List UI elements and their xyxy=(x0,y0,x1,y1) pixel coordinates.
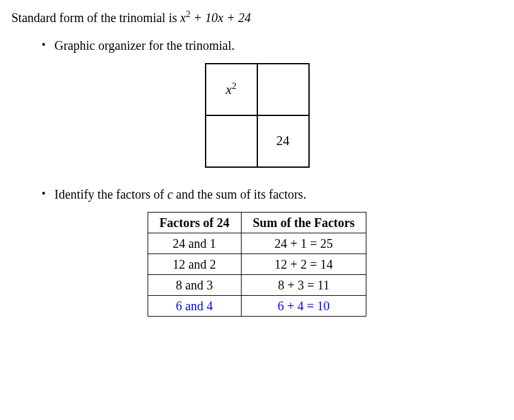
bullet-2-post: and the sum of its factors. xyxy=(173,187,307,201)
grid-tl-exp: 2 xyxy=(231,81,237,91)
intro-trinomial: x2 + 10x + 24 xyxy=(180,11,251,25)
bullet-2-var: c xyxy=(167,187,173,201)
bullet-icon: • xyxy=(42,37,45,54)
table-cell-factors: 12 and 2 xyxy=(148,254,241,274)
table-cell-sum: 8 + 3 = 11 xyxy=(241,274,366,295)
bullet-1: • Graphic organizer for the trinomial. xyxy=(42,37,503,54)
table-row: 8 and 38 + 3 = 11 xyxy=(148,274,366,295)
table-cell-factors: 24 and 1 xyxy=(148,233,241,254)
intro-prefix: Standard form of the trinomial is xyxy=(11,11,180,25)
bullet-2-pre: Identify the factors of xyxy=(54,187,167,201)
bullet-2-text: Identify the factors of c and the sum of… xyxy=(54,185,503,203)
table-cell-sum: 6 + 4 = 10 xyxy=(241,295,366,316)
table-row: 6 and 46 + 4 = 10 xyxy=(148,295,366,316)
grid-cell-bl xyxy=(206,115,257,167)
table-body: 24 and 124 + 1 = 2512 and 212 + 2 = 148 … xyxy=(148,233,366,316)
table-header-factors: Factors of 24 xyxy=(148,212,241,233)
table-cell-factors: 8 and 3 xyxy=(148,274,241,295)
grid-cell-tl: x2 xyxy=(206,64,257,115)
table-cell-sum: 24 + 1 = 25 xyxy=(241,233,366,254)
term-exp: 2 xyxy=(186,9,190,19)
table-header-row: Factors of 24 Sum of the Factors xyxy=(148,212,366,233)
grid-tl-var: x xyxy=(226,82,231,97)
table-header-sum: Sum of the Factors xyxy=(241,212,366,233)
grid-cell-br: 24 xyxy=(257,115,309,167)
table-cell-factors: 6 and 4 xyxy=(148,295,241,316)
table-row: 12 and 212 + 2 = 14 xyxy=(148,254,366,274)
intro-line: Standard form of the trinomial is x2 + 1… xyxy=(11,8,503,26)
term-x: x xyxy=(180,11,186,25)
grid-cell-tr xyxy=(257,64,309,115)
factors-table: Factors of 24 Sum of the Factors 24 and … xyxy=(148,212,367,317)
graphic-organizer-grid: x2 24 xyxy=(205,63,310,168)
bullet-1-text: Graphic organizer for the trinomial. xyxy=(54,37,503,54)
bullet-2: • Identify the factors of c and the sum … xyxy=(42,185,503,203)
table-row: 24 and 124 + 1 = 25 xyxy=(148,233,366,254)
bullet-icon: • xyxy=(42,185,45,202)
table-cell-sum: 12 + 2 = 14 xyxy=(241,254,366,274)
term-rest: + 10x + 24 xyxy=(190,11,251,25)
